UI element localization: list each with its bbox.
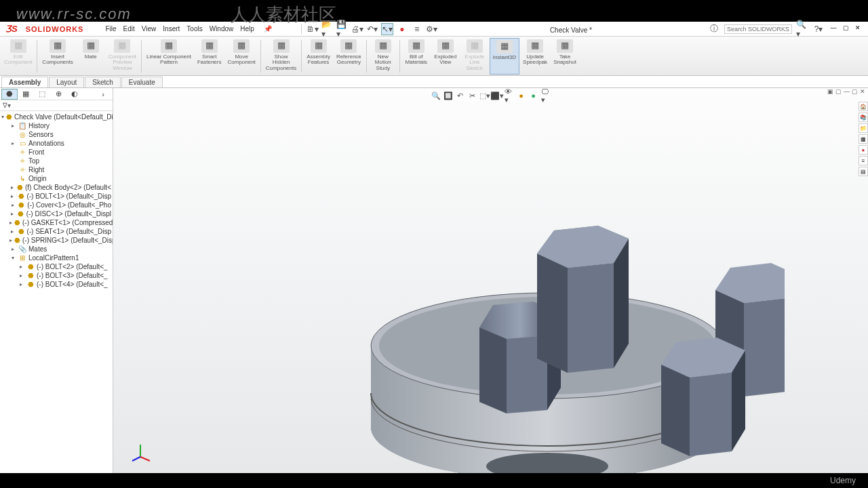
ribbon-exploded-view[interactable]: ▦Exploded View — [431, 38, 460, 75]
undo-icon[interactable]: ↶▾ — [366, 23, 378, 35]
view-orientation-icon[interactable]: ⬚▾ — [480, 91, 490, 100]
settings-icon[interactable]: ⚙▾ — [426, 23, 438, 35]
display-style-icon[interactable]: ⬛▾ — [492, 91, 502, 100]
right-title-tools: ⓘ 🔍▾ ?▾ — ▢ ✕ — [708, 23, 863, 35]
tree-node[interactable]: ▸▭Annotations — [0, 139, 113, 148]
ribbon-insert-components[interactable]: ▦Insert Components — [39, 38, 75, 75]
viewport-window-controls: ▣ ▢ — ▢ ✕ — [827, 88, 865, 95]
tree-node[interactable]: ✧Top — [0, 157, 113, 165]
tree-node[interactable]: ↳Origin — [0, 174, 113, 183]
dimxpert-tab-icon[interactable]: ⊕ — [50, 89, 66, 100]
task-pane-toolbar: 🏠 📚 📁 ▦ ● ≡ ▤ — [859, 102, 868, 176]
tree-node[interactable]: ▸📋History — [0, 121, 113, 130]
close-button[interactable]: ✕ — [853, 24, 863, 34]
graphics-viewport[interactable]: ▣ ▢ — ▢ ✕ 🔍 🔲 ↶ ✂ ⬚▾ ⬛▾ 👁▾ ● ● 🖵▾ 🏠 📚 — [113, 88, 868, 473]
sw-resources-icon[interactable]: 🏠 — [859, 102, 868, 111]
custom-props-icon[interactable]: ≡ — [859, 156, 868, 165]
forum-icon[interactable]: ▤ — [859, 167, 868, 176]
tab-layout[interactable]: Layout — [49, 77, 84, 87]
svg-line-23 — [140, 457, 150, 461]
menu-file[interactable]: File — [105, 25, 116, 33]
search-go-icon[interactable]: 🔍▾ — [796, 23, 808, 35]
ribbon-instant-d[interactable]: ▦Instant3D — [490, 38, 519, 75]
tab-sketch[interactable]: Sketch — [85, 77, 121, 87]
tree-node[interactable]: ▸⬣(-) BOLT<4> (Default<_ — [0, 280, 113, 289]
options-icon[interactable]: ≡ — [411, 23, 423, 35]
tab-assembly[interactable]: Assembly — [1, 77, 48, 87]
tree-node[interactable]: ▸📎Mates — [0, 245, 113, 253]
tree-node[interactable]: ▸⬣(-) SEAT<1> (Default<_Disp — [0, 227, 113, 236]
ribbon-smart-fasteners[interactable]: ▦Smart Fasteners — [195, 38, 224, 75]
ribbon-assembly-features[interactable]: ▦Assembly Features — [304, 38, 333, 75]
help-icon[interactable]: ?▾ — [812, 23, 825, 35]
rebuild-icon[interactable]: ● — [396, 23, 408, 35]
ribbon-mate[interactable]: ▦Mate — [77, 38, 105, 75]
menu-bar: ƷS SOLIDWORKS File Edit View Insert Tool… — [0, 22, 868, 37]
tree-node[interactable]: ▸⬣(-) DISC<1> (Default<_Displ — [0, 209, 113, 218]
watermark-cn: 人人素材社区 — [231, 3, 336, 26]
quick-access-toolbar: 🗎▾ 📂▾ 💾▾ 🖨▾ ↶▾ ↖▾ ● ≡ ⚙▾ Check Valve * — [299, 23, 701, 35]
tree-node[interactable]: ▾⊞LocalCirPattern1 — [0, 253, 113, 262]
filter-icon[interactable]: ∇▾ — [3, 102, 11, 109]
svg-marker-9 — [537, 253, 568, 373]
save-icon[interactable]: 💾▾ — [336, 23, 349, 35]
maximize-button[interactable]: ▢ — [841, 24, 850, 34]
display-manager-tab-icon[interactable]: ◐ — [66, 89, 83, 100]
scene-icon[interactable]: ● — [529, 91, 538, 100]
ribbon-linear-component-pattern[interactable]: ▦Linear Component Pattern — [144, 38, 194, 75]
ribbon-update-speedpak[interactable]: ▦Update Speedpak — [520, 38, 550, 75]
file-explorer-icon[interactable]: 📁 — [859, 123, 868, 133]
expand-panel-icon[interactable]: › — [95, 89, 111, 100]
menu-insert[interactable]: Insert — [163, 25, 180, 33]
menu-edit[interactable]: Edit — [123, 25, 135, 33]
vp-restore-icon[interactable]: ▣ — [827, 88, 833, 95]
search-icon[interactable]: ⓘ — [708, 23, 720, 35]
design-library-icon[interactable]: 📚 — [859, 113, 868, 122]
zoom-area-icon[interactable]: 🔲 — [443, 91, 453, 100]
tree-node[interactable]: ▸⬣(-) SPRING<1> (Default<_Displ — [0, 236, 113, 245]
select-icon[interactable]: ↖▾ — [381, 23, 393, 35]
property-manager-tab-icon[interactable]: ▦ — [18, 89, 34, 100]
menu-view[interactable]: View — [142, 25, 157, 33]
vp-tile-icon[interactable]: ▢ — [835, 88, 842, 95]
tree-node[interactable]: ▸⬣(-) Cover<1> (Default<_Pho — [0, 201, 113, 209]
print-icon[interactable]: 🖨▾ — [351, 23, 363, 35]
tree-node[interactable]: ▸⬣(-) BOLT<1> (Default<_Disp — [0, 192, 113, 201]
vp-min-icon[interactable]: — — [844, 88, 850, 95]
hidden-icon[interactable]: 👁▾ — [505, 91, 514, 100]
tree-node[interactable]: ✧Right — [0, 165, 113, 174]
tree-node[interactable]: ▸⬣(-) BOLT<2> (Default<_ — [0, 262, 113, 271]
ribbon-show-hidden-components[interactable]: ▦Show Hidden Components — [263, 38, 299, 75]
ribbon-move-component[interactable]: ▦Move Component — [224, 38, 258, 75]
vp-max-icon[interactable]: ▢ — [852, 88, 858, 95]
view-triad[interactable] — [131, 442, 151, 462]
configuration-tab-icon[interactable]: ⬚ — [34, 89, 50, 100]
tree-node[interactable]: ▸⬣(-) BOLT<3> (Default<_ — [0, 271, 113, 280]
minimize-button[interactable]: — — [829, 24, 838, 34]
tab-evaluate[interactable]: Evaluate — [121, 77, 163, 87]
menu-window[interactable]: Window — [210, 25, 234, 33]
view-palette-icon[interactable]: ▦ — [859, 134, 868, 144]
zoom-fit-icon[interactable]: 🔍 — [431, 91, 441, 100]
tree-root-node[interactable]: ▾⬣ Check Valve (Default<Default_Display … — [0, 113, 113, 121]
filter-row: ∇▾ — [0, 100, 113, 111]
ribbon-new-motion-study[interactable]: ▦New Motion Study — [369, 38, 397, 75]
ribbon-reference-geometry[interactable]: ▦Reference Geometry — [334, 38, 364, 75]
menu-tools[interactable]: Tools — [186, 25, 202, 33]
feature-tree-tab-icon[interactable]: ⬣ — [1, 89, 18, 100]
view-settings-icon[interactable]: 🖵▾ — [541, 91, 551, 100]
tree-node[interactable]: ▸⬣(f) Check Body<2> (Default< — [0, 183, 113, 192]
appearances-icon[interactable]: ● — [859, 145, 868, 155]
help-search-input[interactable] — [724, 24, 792, 34]
tree-node[interactable]: ◎Sensors — [0, 130, 113, 139]
vp-close-icon[interactable]: ✕ — [860, 88, 865, 95]
ribbon-take-snapshot[interactable]: ▦Take Snapshot — [551, 38, 579, 75]
tree-node[interactable]: ▸⬣(-) GASKET<1> (Compressed< — [0, 218, 113, 227]
section-view-icon[interactable]: ✂ — [468, 91, 477, 100]
ribbon-bill-of-materials[interactable]: ▦Bill of Materials — [402, 38, 431, 75]
appearance-icon[interactable]: ● — [517, 91, 526, 100]
watermark-url: www.rr-sc.com — [16, 5, 132, 23]
tree-node[interactable]: ✧Front — [0, 148, 113, 157]
previous-view-icon[interactable]: ↶ — [456, 91, 465, 100]
feature-tree[interactable]: ▾⬣ Check Valve (Default<Default_Display … — [0, 111, 113, 473]
